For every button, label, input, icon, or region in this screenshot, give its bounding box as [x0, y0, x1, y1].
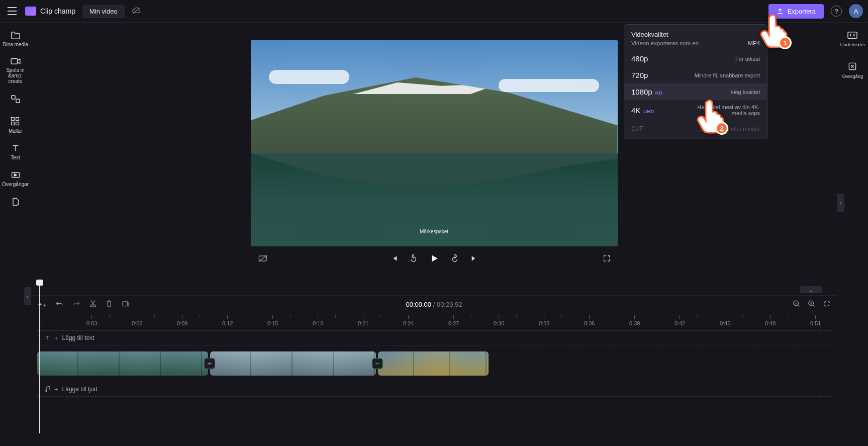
timeline-panel: ✦₊ 00:00.00 / 00:29.92 |0:030:060:090:12…: [31, 295, 837, 446]
cloud-sync-off-icon[interactable]: [132, 7, 142, 16]
topbar: Clip champ Min video Exportera ? A: [0, 0, 868, 23]
svg-point-11: [90, 305, 92, 307]
nav-label: Mallar: [9, 128, 22, 134]
redo-button[interactable]: [72, 300, 80, 309]
sidebar-item-text[interactable]: Text: [10, 144, 21, 160]
svg-rect-3: [16, 99, 19, 103]
hide-overlay-icon[interactable]: [258, 254, 268, 264]
right-sidebar-expand-handle[interactable]: ‹: [837, 194, 844, 212]
brand-name: Clip champ: [40, 7, 75, 15]
audio-track[interactable]: + Lägga till ljud: [37, 382, 831, 397]
annotation-badge: 2: [715, 122, 728, 135]
svg-line-10: [258, 255, 267, 261]
delete-button[interactable]: [106, 300, 113, 309]
clip-2[interactable]: [210, 351, 376, 376]
annotation-hand-2: 2: [695, 99, 725, 134]
grid-icon: [10, 116, 20, 126]
popover-subtitle: Videon exporteras som en: [631, 40, 699, 46]
magic-icon[interactable]: ✦₊: [37, 301, 46, 308]
text-icon: [11, 144, 20, 153]
sidebar-item-media[interactable]: Dina media: [2, 31, 29, 47]
brand-logo-icon: [25, 7, 36, 16]
cc-icon: [847, 31, 858, 40]
rewind-button[interactable]: [409, 254, 418, 264]
nav-label: Övergång: [842, 73, 863, 79]
svg-rect-1: [11, 59, 17, 64]
folder-icon: [10, 31, 21, 40]
audio-track-hint: Lägga till ljud: [62, 386, 98, 393]
shapes-icon: [10, 94, 21, 104]
annotation-hand-1: 1: [758, 13, 789, 48]
annotation-badge: 1: [779, 36, 792, 49]
timeline-ruler[interactable]: |0:030:060:090:120:150:180:210:240:270:3…: [37, 315, 831, 326]
transition-badge-2[interactable]: [372, 358, 383, 369]
export-option-720p[interactable]: 720pMindre fil, snabbare export: [624, 67, 767, 83]
text-track[interactable]: + Lägg till text: [37, 330, 831, 345]
playhead[interactable]: [39, 283, 40, 433]
sidebar-item-record[interactable]: Spela in &amp; create: [0, 57, 31, 84]
help-icon[interactable]: ?: [831, 6, 842, 17]
sidebar-item-transition[interactable]: Övergång: [842, 61, 863, 79]
player-controls: [251, 246, 618, 269]
svg-rect-4: [12, 118, 15, 121]
nav-label: Spela in &amp; create: [1, 67, 30, 84]
menu-icon[interactable]: [5, 4, 19, 18]
clip-3[interactable]: [378, 351, 489, 376]
tracks: + Lägg till text + Lägga till ljud: [37, 330, 831, 397]
expand-icon: [847, 61, 857, 71]
cut-button[interactable]: [89, 300, 97, 309]
zoom-out-button[interactable]: [793, 300, 801, 309]
export-option-480p[interactable]: 480pFör utkast: [624, 50, 767, 67]
export-option-1080p[interactable]: 1080pHDHög kvalitet: [624, 83, 767, 100]
svg-rect-16: [848, 32, 857, 39]
zoom-in-button[interactable]: [808, 300, 816, 309]
timeline-timecode: 00:00.00 / 00:29.92: [406, 301, 462, 308]
music-icon: [44, 386, 50, 393]
svg-rect-6: [12, 122, 15, 125]
left-sidebar: Dina media Spela in &amp; create Mallar …: [0, 23, 31, 446]
project-name-input[interactable]: Min video: [82, 5, 125, 18]
forward-button[interactable]: [450, 254, 459, 264]
nav-label: Text: [11, 155, 20, 160]
text-track-hint: Lägg till text: [62, 334, 94, 341]
popover-title: Videokvalitet: [631, 31, 760, 38]
add-icon: +: [54, 386, 58, 393]
sidebar-expand-handle[interactable]: ›: [24, 287, 31, 305]
avatar[interactable]: A: [849, 4, 863, 18]
brand: Clip champ: [25, 7, 75, 16]
svg-rect-13: [123, 301, 127, 306]
timeline-collapse-handle[interactable]: ⌄: [31, 286, 837, 295]
svg-rect-7: [16, 122, 19, 125]
sidebar-item-subtitles[interactable]: Undertexter: [840, 31, 865, 47]
timeline-toolbar: ✦₊ 00:00.00 / 00:29.92: [37, 300, 831, 309]
undo-button[interactable]: [55, 300, 63, 309]
fit-timeline-button[interactable]: [823, 300, 831, 309]
sidebar-item-content[interactable]: [9, 94, 22, 106]
video-track[interactable]: [37, 350, 831, 377]
fullscreen-button[interactable]: [603, 254, 611, 264]
svg-rect-2: [11, 96, 15, 99]
transition-icon: [11, 170, 21, 180]
play-button[interactable]: [429, 253, 439, 265]
svg-point-12: [93, 305, 95, 307]
svg-rect-5: [16, 118, 19, 121]
right-sidebar: Undertexter Övergång ‹: [837, 23, 868, 446]
next-clip-button[interactable]: [470, 254, 478, 264]
prev-clip-button[interactable]: [390, 254, 398, 264]
sidebar-item-transitions[interactable]: Övergångar: [1, 170, 30, 187]
transition-badge-1[interactable]: [204, 358, 215, 369]
sidebar-item-brand[interactable]: [10, 197, 21, 209]
clip-1[interactable]: [37, 351, 208, 376]
text-icon: [44, 335, 50, 341]
split-button[interactable]: [122, 300, 130, 309]
nav-label: Dina media: [3, 42, 28, 47]
nav-label: Undertexter: [840, 42, 865, 47]
preview-watermark: Märkespaket: [251, 229, 618, 234]
nav-label: Övergångar: [2, 182, 29, 187]
camera-icon: [10, 57, 21, 65]
add-icon: +: [54, 334, 58, 342]
export-label: Exportera: [788, 8, 816, 15]
video-preview[interactable]: Märkespaket: [251, 40, 618, 246]
tag-icon: [11, 197, 20, 207]
sidebar-item-templates[interactable]: Mallar: [8, 116, 23, 134]
